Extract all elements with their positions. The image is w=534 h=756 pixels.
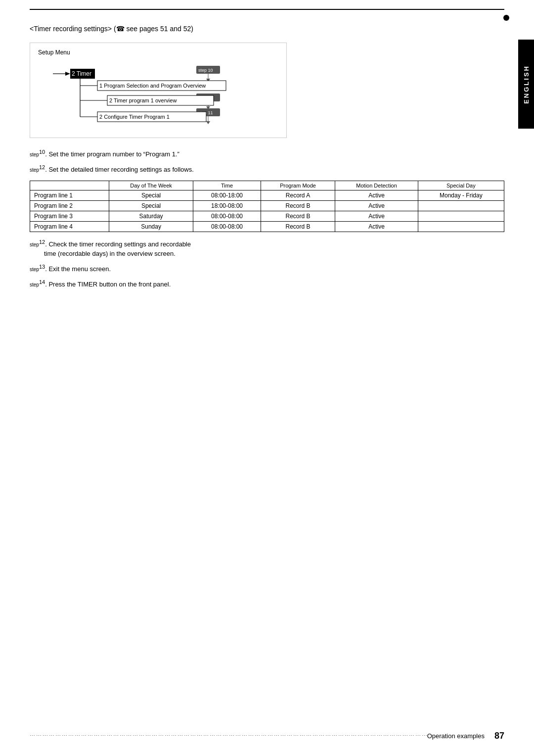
- col-header-mode: Program Mode: [261, 181, 335, 190]
- step12-prefix: step: [30, 167, 39, 173]
- row4-time: 08:00-08:00: [193, 221, 261, 232]
- step12b-prefix: step: [30, 242, 39, 247]
- svg-text:step  10: step 10: [198, 68, 213, 73]
- row3-name: Program line 3: [30, 211, 109, 221]
- row2-time: 18:00-08:00: [193, 200, 261, 211]
- row3-motion: Active: [335, 211, 418, 221]
- top-border: [30, 9, 504, 10]
- svg-text:1  Program Selection and Progr: 1 Program Selection and Program Overview: [99, 83, 206, 89]
- diagram-svg: 2 Timer step 10 1 Program Selection and …: [38, 60, 280, 132]
- col-header-day: Day of The Week: [109, 181, 193, 190]
- row2-special: [418, 200, 504, 211]
- col-header-time: Time: [193, 181, 261, 190]
- row1-day: Special: [109, 190, 193, 200]
- step12b-num: 12: [39, 239, 45, 245]
- step13-prefix: step: [30, 267, 39, 272]
- footer-section-label: Operation examples: [427, 732, 485, 740]
- row3-special: [418, 211, 504, 221]
- table-row: Program line 2 Special 18:00-08:00 Recor…: [30, 200, 504, 211]
- svg-text:2  Timer: 2 Timer: [72, 70, 91, 77]
- svg-text:2  Configure Timer Program 1: 2 Configure Timer Program 1: [99, 114, 170, 120]
- svg-marker-22: [206, 121, 210, 124]
- row4-day: Sunday: [109, 221, 193, 232]
- table-row: Program line 1 Special 08:00-18:00 Recor…: [30, 190, 504, 200]
- row3-mode: Record B: [261, 211, 335, 221]
- step13-num: 13: [39, 264, 45, 270]
- step14-prefix: step: [30, 282, 39, 287]
- row1-mode: Record A: [261, 190, 335, 200]
- step10-prefix: step: [30, 152, 39, 157]
- main-content: <Timer recording settings> (☎ see pages …: [30, 20, 504, 726]
- row3-day: Saturday: [109, 211, 193, 221]
- setup-menu-label: Setup Menu: [38, 49, 278, 56]
- footer-dots: ⋯⋯⋯⋯⋯⋯⋯⋯⋯⋯⋯⋯⋯⋯⋯⋯⋯⋯⋯⋯⋯⋯⋯⋯⋯⋯⋯⋯⋯⋯⋯⋯⋯⋯⋯⋯⋯⋯⋯⋯…: [30, 733, 427, 739]
- svg-text:2  Timer program 1 overview: 2 Timer program 1 overview: [109, 97, 177, 103]
- col-header-name: [30, 181, 109, 190]
- table-row: Program line 3 Saturday 08:00-08:00 Reco…: [30, 211, 504, 221]
- step13-instruction: step13. Exit the menu screen.: [30, 263, 504, 274]
- row1-name: Program line 1: [30, 190, 109, 200]
- step14-num: 14: [39, 279, 45, 285]
- row2-name: Program line 2: [30, 200, 109, 211]
- row2-mode: Record B: [261, 200, 335, 211]
- row4-mode: Record B: [261, 221, 335, 232]
- page-number: 87: [494, 731, 504, 741]
- row2-day: Special: [109, 200, 193, 211]
- row1-time: 08:00-18:00: [193, 190, 261, 200]
- step12-num: 12: [39, 164, 45, 170]
- row3-time: 08:00-08:00: [193, 211, 261, 221]
- col-header-special: Special Day: [418, 181, 504, 190]
- row4-motion: Active: [335, 221, 418, 232]
- menu-diagram: Setup Menu 2 Timer step 10 1 Program Sel…: [30, 43, 287, 138]
- row1-motion: Active: [335, 190, 418, 200]
- step12-instruction: step12. Set the detailed timer recording…: [30, 163, 504, 175]
- row2-motion: Active: [335, 200, 418, 211]
- recording-settings-table: Day of The Week Time Program Mode Motion…: [30, 181, 504, 232]
- row1-special: Monday - Friday: [418, 190, 504, 200]
- row4-special: [418, 221, 504, 232]
- step12b-instruction: step12. Check the timer recording settin…: [30, 238, 504, 259]
- step10-num: 10: [39, 149, 45, 155]
- col-header-motion: Motion Detection: [335, 181, 418, 190]
- svg-marker-1: [65, 72, 70, 76]
- language-tab: ENGLISH: [518, 40, 534, 129]
- language-label: ENGLISH: [523, 65, 530, 104]
- header-text: <Timer recording settings> (☎ see pages …: [30, 25, 504, 33]
- step10-instruction: step10. Set the timer program number to …: [30, 148, 504, 159]
- row4-name: Program line 4: [30, 221, 109, 232]
- footer: ⋯⋯⋯⋯⋯⋯⋯⋯⋯⋯⋯⋯⋯⋯⋯⋯⋯⋯⋯⋯⋯⋯⋯⋯⋯⋯⋯⋯⋯⋯⋯⋯⋯⋯⋯⋯⋯⋯⋯⋯…: [30, 731, 504, 741]
- step14-instruction: step14. Press the TIMER button on the fr…: [30, 278, 504, 289]
- table-row: Program line 4 Sunday 08:00-08:00 Record…: [30, 221, 504, 232]
